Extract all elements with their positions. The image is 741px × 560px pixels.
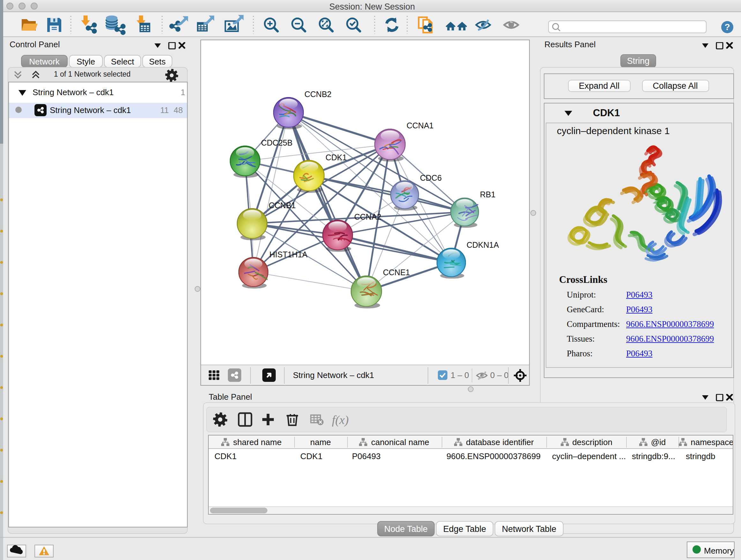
svg-text:CCNB2: CCNB2 bbox=[305, 90, 332, 99]
svg-text:CDKN1A: CDKN1A bbox=[467, 240, 499, 249]
svg-text:CDC6: CDC6 bbox=[420, 173, 442, 182]
svg-text:CCNA2: CCNA2 bbox=[354, 212, 381, 221]
svg-text:CDK1: CDK1 bbox=[326, 153, 347, 162]
svg-text:HIST1H1A: HIST1H1A bbox=[269, 250, 308, 259]
svg-text:CCNB1: CCNB1 bbox=[269, 201, 296, 210]
svg-text:CCNA1: CCNA1 bbox=[407, 121, 434, 130]
svg-text:RB1: RB1 bbox=[480, 190, 495, 199]
svg-text:f(x): f(x) bbox=[332, 413, 349, 427]
svg-text:CCNE1: CCNE1 bbox=[383, 268, 410, 277]
svg-text:CDC25B: CDC25B bbox=[261, 138, 293, 147]
